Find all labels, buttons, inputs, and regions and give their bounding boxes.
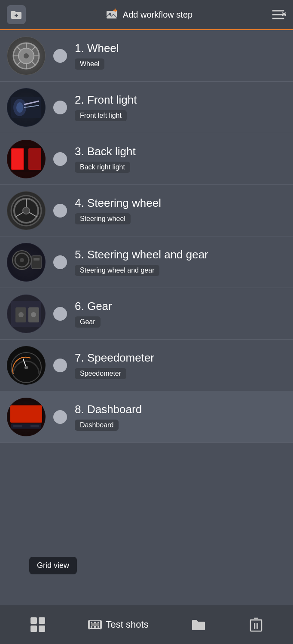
item-title: 3. Back light [75,145,286,158]
hamburger-button[interactable] [272,9,286,20]
svg-rect-68 [91,622,92,623]
svg-rect-63 [31,626,37,632]
item-radio[interactable] [53,410,67,424]
item-title: 2. Front light [75,93,286,107]
bottom-bar: Test shots [0,605,293,644]
item-title: 6. Gear [75,300,286,313]
grid-view-tooltip: Grid view [29,557,77,574]
thumb-image [7,243,46,282]
item-badge: Gear [75,316,101,328]
item-badge: Back right light [75,162,130,173]
item-thumbnail [7,88,46,127]
svg-rect-59 [13,425,22,427]
item-badge: Dashboard [75,420,119,431]
item-thumbnail [7,191,46,230]
svg-rect-44 [34,258,40,261]
thumb-image [7,191,46,230]
list-item[interactable]: 7. Speedometer Speedometer [0,340,293,391]
svg-rect-70 [98,622,99,623]
svg-rect-73 [98,626,99,628]
svg-rect-57 [10,405,42,423]
item-radio[interactable] [53,204,67,218]
item-title: 7. Speedometer [75,351,286,365]
item-thumbnail [7,37,46,75]
list-item[interactable]: 2. Front light Front left light [0,82,293,133]
item-radio[interactable] [53,255,67,269]
svg-point-14 [24,53,29,58]
list-item[interactable]: 8. Dashboard Dashboard [0,391,293,443]
folder-button[interactable] [190,616,207,633]
item-badge: Speedometer [75,368,126,379]
svg-point-50 [31,312,36,317]
folder-add-button[interactable] [7,5,26,24]
item-radio[interactable] [53,152,67,166]
grid-view-button[interactable] [30,616,46,633]
list-item[interactable]: 4. Steering wheel Steering wheel [0,185,293,236]
item-thumbnail [7,346,46,385]
svg-rect-61 [31,617,37,624]
svg-rect-71 [91,626,92,628]
svg-rect-43 [32,256,41,269]
list-item[interactable]: 6. Gear Gear [0,288,293,340]
thumb-image [7,294,46,333]
svg-point-26 [16,102,23,113]
thumb-image [7,398,46,436]
svg-point-35 [23,207,30,214]
item-radio[interactable] [53,49,67,63]
trash-icon [249,616,263,633]
svg-point-54 [24,366,28,369]
svg-point-49 [18,312,24,317]
svg-rect-62 [39,617,45,624]
item-radio[interactable] [53,359,67,372]
trash-button[interactable] [249,616,263,633]
svg-rect-30 [12,149,23,169]
svg-rect-69 [94,622,96,623]
list-item[interactable]: 3. Back light Back right light [0,133,293,185]
folder-icon [190,616,207,633]
item-badge: Steering wheel [75,213,131,224]
item-badge: Steering wheel and gear [75,265,159,276]
grid-icon [30,616,46,633]
item-title: 5. Steering wheel and gear [75,248,286,261]
item-radio[interactable] [53,101,67,114]
folder-add-icon [10,9,22,21]
item-badge: Front left light [75,110,127,121]
svg-rect-31 [28,148,41,170]
svg-rect-72 [94,626,96,628]
item-badge: Wheel [75,58,104,70]
item-title: 8. Dashboard [75,403,286,416]
svg-rect-74 [91,623,99,626]
item-title: 4. Steering wheel [75,196,286,210]
list-item[interactable]: 5. Steering wheel and gear Steering whee… [0,236,293,288]
item-thumbnail [7,398,46,436]
thumb-image [7,140,46,178]
film-icon [88,618,102,632]
add-workflow-step-button[interactable]: Add workflow step [106,8,192,21]
test-shots-button[interactable]: Test shots [88,618,149,632]
thumb-image [7,37,46,75]
add-workflow-label: Add workflow step [123,10,192,20]
svg-rect-64 [39,626,45,632]
svg-point-42 [20,258,24,262]
thumb-image [7,346,46,385]
item-thumbnail [7,294,46,333]
test-shots-label: Test shots [106,619,149,630]
thumb-image [7,88,46,127]
svg-rect-60 [31,425,39,427]
svg-rect-1 [11,11,15,13]
list-item[interactable]: 1. Wheel Wheel [0,30,293,82]
item-thumbnail [7,140,46,178]
item-thumbnail [7,243,46,282]
hamburger-icon [272,9,286,20]
item-radio[interactable] [53,307,67,321]
item-title: 1. Wheel [75,42,286,55]
header-left [7,5,26,24]
workflow-list: 1. Wheel Wheel 2. Front light Front left… [0,30,293,443]
header: Add workflow step [0,0,293,30]
image-add-icon [106,8,119,21]
